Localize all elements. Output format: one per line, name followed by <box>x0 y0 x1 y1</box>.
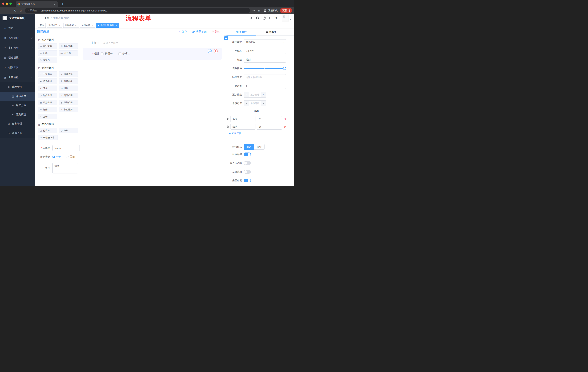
decrease-icon[interactable]: − <box>244 101 249 106</box>
font-size-icon[interactable]: T↕ <box>276 17 278 20</box>
status-radio-off[interactable]: 关闭 <box>66 155 75 159</box>
clear-button[interactable]: 清空 <box>211 30 220 33</box>
tag-close-icon[interactable]: × <box>58 24 61 27</box>
sidebar-collapse-icon[interactable] <box>38 17 41 19</box>
form-name-input[interactable] <box>52 145 80 151</box>
checkbox-box[interactable] <box>118 53 121 55</box>
min-select-placeholder[interactable]: 至少应选 <box>249 92 261 97</box>
sidebar-item-payment[interactable]: ¥ 支付管理 <box>0 43 35 53</box>
tag-process-model[interactable]: 流程模型 × <box>63 23 79 28</box>
status-radio-on[interactable]: 开启 <box>52 155 61 159</box>
form-remark-textarea[interactable]: 嘿嘿 <box>52 163 78 173</box>
window-close-button[interactable] <box>2 2 4 5</box>
tab-close-icon[interactable]: × <box>53 3 56 6</box>
add-option-button[interactable]: ⊕ 添加选项 <box>229 132 241 135</box>
palette-item-editor[interactable]: ✎编辑器 <box>38 57 57 63</box>
copy-widget-button[interactable] <box>208 49 212 53</box>
gender-checkbox-option2[interactable]: 选项二 <box>118 52 130 55</box>
link-button[interactable] <box>224 36 228 40</box>
show-label-toggle[interactable] <box>244 152 251 156</box>
palette-item-table[interactable]: ⊞表格[开发中] <box>38 135 58 140</box>
menu-kebab-icon[interactable]: ⋮ <box>288 9 292 12</box>
sidebar-item-leave-query[interactable]: ☺ 请假查询 <box>0 128 35 138</box>
palette-item-text-input[interactable]: ▭单行文本 <box>38 43 57 49</box>
default-value-input[interactable] <box>244 83 286 89</box>
address-bar[interactable]: ⚠ 不安全 dashboard.yudao.iocoder.cn /bpm/ma… <box>25 8 250 13</box>
forward-icon[interactable]: → <box>7 8 12 13</box>
border-toggle[interactable] <box>244 161 251 165</box>
sidebar-item-task-management[interactable]: ⊞ 任务管理 <box>0 119 35 128</box>
tag-process-definition[interactable]: 流程定义 × <box>47 23 62 28</box>
palette-item-upload[interactable]: ⇧上传 <box>38 114 57 119</box>
help-icon[interactable]: ? <box>263 17 266 20</box>
password-key-icon[interactable] <box>251 8 256 13</box>
required-toggle[interactable] <box>244 179 251 182</box>
tag-process-form-edit[interactable]: 流程表单-编辑 × <box>96 23 119 28</box>
url-domain[interactable]: dashboard.yudao.iocoder.cn <box>41 9 70 12</box>
phone-input[interactable] <box>101 40 217 46</box>
search-icon[interactable] <box>249 17 252 20</box>
sidebar-item-infrastructure[interactable]: ▦ 基础设施 <box>0 53 35 63</box>
not-secure-label[interactable]: 不安全 <box>30 9 37 12</box>
checkbox-box[interactable] <box>101 53 104 55</box>
option1-value-input[interactable] <box>257 116 282 122</box>
slider-track[interactable] <box>244 68 285 69</box>
palette-item-rate[interactable]: ☆评分 <box>38 107 57 112</box>
update-button[interactable]: 更新 ⋮ <box>280 8 292 13</box>
sidebar-item-devtools[interactable]: ⚒ 研发工具 <box>0 63 35 73</box>
back-icon[interactable]: ← <box>2 8 7 13</box>
increase-icon[interactable]: + <box>261 92 266 97</box>
max-select-placeholder[interactable]: 最多可选 <box>249 101 261 106</box>
palette-item-switch[interactable]: ◐开关 <box>38 85 57 91</box>
drag-handle-icon[interactable] <box>227 125 229 128</box>
reload-icon[interactable]: ↻ <box>13 8 18 13</box>
tag-process-form[interactable]: 流程表单 × <box>80 23 95 28</box>
browser-tab[interactable]: 芋道管理系统 × <box>16 1 58 7</box>
palette-item-button[interactable]: ▢按钮 <box>59 128 78 133</box>
option2-value-input[interactable] <box>257 124 282 130</box>
disabled-toggle[interactable] <box>244 170 251 174</box>
fullscreen-icon[interactable] <box>269 17 272 20</box>
sidebar-item-home[interactable]: ⌂ 首页 <box>0 23 35 33</box>
option1-label-input[interactable] <box>230 116 255 122</box>
sidebar-item-user-group[interactable]: ☻ 用户分组 <box>0 101 35 110</box>
style-default-button[interactable]: 默认 <box>244 144 254 149</box>
remove-option-icon[interactable]: ⊖ <box>284 125 286 128</box>
field-name-input[interactable] <box>244 48 286 54</box>
style-button-button[interactable]: 按钮 <box>254 144 264 149</box>
palette-item-date-range[interactable]: ▦日期范围 <box>59 100 78 105</box>
palette-item-counter[interactable]: 123计数器 <box>59 50 78 56</box>
palette-item-row-container[interactable]: ◫行容器 <box>38 128 57 133</box>
palette-item-select[interactable]: ▾下拉选择 <box>38 71 57 77</box>
delete-widget-button[interactable] <box>214 49 218 53</box>
tab-component-props[interactable]: 组件属性 <box>227 28 256 36</box>
title-input[interactable] <box>244 57 286 63</box>
palette-item-color-picker[interactable]: ◑颜色选择 <box>59 107 78 112</box>
palette-item-time-range[interactable]: ◔时间范围 <box>59 93 78 98</box>
tag-close-icon[interactable]: × <box>115 24 117 27</box>
sidebar-item-workflow[interactable]: ▣ 工作流程 <box>0 73 35 82</box>
sidebar-item-process-management[interactable]: ≡ 流程管理 <box>0 82 35 92</box>
home-icon[interactable]: ⌂ <box>18 8 23 13</box>
palette-item-password[interactable]: ⊠密码 <box>38 50 57 56</box>
sidebar-item-process-model[interactable]: ► 流程模型 <box>0 110 35 119</box>
palette-item-time-picker[interactable]: ◷时间选择 <box>38 93 57 98</box>
drag-handle-icon[interactable] <box>227 118 229 120</box>
window-zoom-button[interactable] <box>10 2 12 5</box>
user-avatar[interactable] <box>282 15 289 21</box>
sidebar-item-process-form[interactable]: ▤ 流程表单 <box>0 92 35 101</box>
save-button[interactable]: ✓ 保存 <box>178 30 187 33</box>
tag-home[interactable]: 首页 <box>38 23 46 28</box>
window-minimize-button[interactable] <box>6 2 8 5</box>
component-type-select[interactable]: 多选框组 ▾ <box>244 39 286 45</box>
tab-form-props[interactable]: 表单属性 <box>256 28 286 36</box>
slider-handle[interactable] <box>283 67 286 70</box>
palette-item-date-picker[interactable]: ▦日期选择 <box>38 100 57 105</box>
user-caret-icon[interactable]: ▾ <box>290 18 291 21</box>
palette-item-slider[interactable]: ⊶滑块 <box>59 85 78 91</box>
gender-checkbox-option1[interactable]: 选项一 <box>101 52 113 55</box>
palette-item-checkbox-group[interactable]: ☑多选框组 <box>59 78 78 84</box>
view-json-button[interactable]: 查看json <box>192 30 207 33</box>
new-tab-button[interactable]: + <box>60 2 65 6</box>
increase-icon[interactable]: + <box>261 101 266 106</box>
